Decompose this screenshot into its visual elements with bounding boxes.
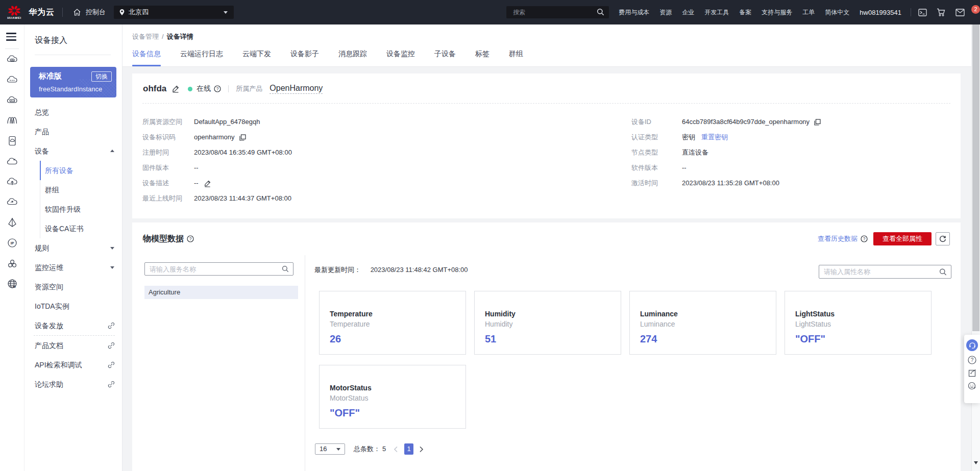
rail-waves-icon[interactable] [0,110,24,131]
svg-text:?: ? [863,236,866,241]
huawei-logo[interactable]: HUAWEI [7,5,22,19]
property-card-temperature[interactable]: Temperature Temperature 26 [319,291,466,355]
survey-button[interactable] [968,382,976,390]
sidebar-item-resource-spaces[interactable]: 资源空间 [24,277,122,296]
hamburger-icon[interactable] [6,33,16,41]
topbar-menu-icp[interactable]: 备案 [739,8,751,17]
property-card-luminance[interactable]: Luminance Luminance 274 [629,291,776,355]
topbar-search-input[interactable] [506,6,609,18]
refresh-button[interactable] [936,232,950,245]
support-button[interactable] [966,339,978,351]
scrollbar-down-arrow-icon[interactable] [974,461,978,464]
external-link-icon [108,381,115,388]
help-button[interactable]: ? [968,356,976,364]
svg-text:IP: IP [11,241,14,245]
rail-cloud-box-icon[interactable] [0,90,24,110]
tab-child-devices[interactable]: 子设备 [434,49,456,66]
topbar-menu-language[interactable]: 简体中文 [825,8,849,17]
reset-secret-link[interactable]: 重置密钥 [701,130,728,145]
property-card-humidity[interactable]: Humidity Humidity 51 [474,291,621,355]
tab-cloud-delivery[interactable]: 云端下发 [242,49,271,66]
instance-switch-button[interactable]: 切换 [91,71,112,82]
breadcrumb: 设备管理/设备详情 [132,32,193,41]
messages-button[interactable]: 2 [955,9,965,16]
topbar-menu-support[interactable]: 支持与服务 [762,8,792,17]
model-data-help-icon[interactable]: ? [187,235,194,242]
sidebar-item-devices[interactable]: 设备 [24,141,122,161]
edit-description-icon[interactable] [204,180,211,187]
search-icon[interactable] [282,265,289,272]
sidebar-item-forum[interactable]: 论坛求助 [24,375,122,394]
rail-globe-icon[interactable]: W [0,274,24,294]
rail-cloud-sync-icon[interactable] [0,192,24,212]
sidebar-item-iotda-instances[interactable]: IoTDA实例 [24,296,122,316]
topbar-menu-billing[interactable]: 费用与成本 [619,8,649,17]
tab-tags[interactable]: 标签 [475,49,489,66]
tab-groups[interactable]: 群组 [509,49,523,66]
search-icon[interactable] [597,8,604,16]
topbar-menu-enterprise[interactable]: 企业 [682,8,694,17]
cli-button[interactable] [918,8,927,17]
sidebar-item-all-devices[interactable]: 所有设备 [24,161,122,180]
console-link[interactable]: 控制台 [73,8,106,17]
cart-button[interactable] [937,8,946,17]
feedback-button[interactable] [968,369,976,377]
prev-page-icon[interactable] [394,446,398,453]
sidebar-item-api-explorer[interactable]: API检索和调试 [24,355,122,375]
tab-message-trace[interactable]: 消息跟踪 [338,49,367,66]
rail-prism-icon[interactable] [0,212,24,233]
status-help-icon[interactable]: ? [214,85,221,92]
brand-name[interactable]: 华为云 [29,7,55,18]
region-caret-icon [224,11,228,14]
sidebar-title: 设备接入 [35,35,67,46]
sidebar-item-groups[interactable]: 群组 [24,180,122,200]
search-icon[interactable] [939,268,947,276]
property-card-motorstatus[interactable]: MotorStatus MotorStatus "OFF" [319,365,466,429]
rail-cloud-upload-icon[interactable] [0,171,24,192]
service-search-input[interactable] [145,263,293,275]
username[interactable]: hw081993541 [860,9,901,16]
page-1-button[interactable]: 1 [404,443,413,455]
scrollbar-thumb[interactable] [972,24,979,331]
sidebar-item-product-docs[interactable]: 产品文档 [24,336,122,355]
rail-device-cloud-icon[interactable] [0,131,24,151]
region-selector[interactable]: 北京四 [114,6,234,19]
page-scrollbar[interactable] [971,24,980,471]
copy-icon[interactable] [239,134,246,141]
model-data-title: 物模型数据 [143,234,184,244]
sidebar-item-device-provisioning[interactable]: 设备发放 [24,316,122,335]
copy-icon[interactable] [814,119,821,126]
edit-device-name-icon[interactable] [172,85,180,93]
history-help-icon[interactable]: ? [861,235,868,242]
sidebar-item-rules[interactable]: 规则 [24,238,122,258]
view-history-link[interactable]: 查看历史数据 [818,234,857,243]
sidebar-item-products[interactable]: 产品 [24,122,122,141]
sidebar-item-firmware-upgrade[interactable]: 软固件升级 [24,200,122,219]
tab-device-monitoring[interactable]: 设备监控 [386,49,415,66]
rail-ip-circle-icon[interactable]: IP [0,233,24,253]
next-page-icon[interactable] [419,446,424,453]
sidebar-item-overview[interactable]: 总览 [24,103,122,122]
tab-device-shadow[interactable]: 设备影子 [290,49,319,66]
property-search-input[interactable] [819,265,951,278]
topbar-menu-devtools[interactable]: 开发工具 [704,8,729,17]
tab-device-info[interactable]: 设备信息 [132,49,161,66]
instance-card[interactable]: 标准版 切换 freeStandardInstance [30,67,116,97]
topbar-menu-resources[interactable]: 资源 [659,8,672,17]
topbar-menu-ticket[interactable]: 工单 [802,8,815,17]
rail-cluster-icon[interactable] [0,253,24,274]
tab-cloud-run-logs[interactable]: 云端运行日志 [180,49,223,66]
rail-cloud-icon[interactable] [0,151,24,171]
breadcrumb-parent[interactable]: 设备管理 [132,33,159,40]
page-size-select[interactable]: 16 [315,443,345,455]
vertical-divider [228,85,229,92]
rail-cloud-server-icon[interactable] [0,49,24,69]
product-link[interactable]: OpenHarmony [270,84,323,94]
property-card-lightstatus[interactable]: LightStatus LightStatus "OFF" [785,291,932,355]
external-link-icon [108,361,115,368]
view-all-properties-button[interactable]: 查看全部属性 [873,232,932,245]
sidebar-item-om[interactable]: 监控运维 [24,258,122,277]
rail-cloud-dots-icon[interactable] [0,69,24,90]
service-item-agriculture[interactable]: Agriculture [144,286,298,299]
sidebar-item-device-ca[interactable]: 设备CA证书 [24,219,122,238]
